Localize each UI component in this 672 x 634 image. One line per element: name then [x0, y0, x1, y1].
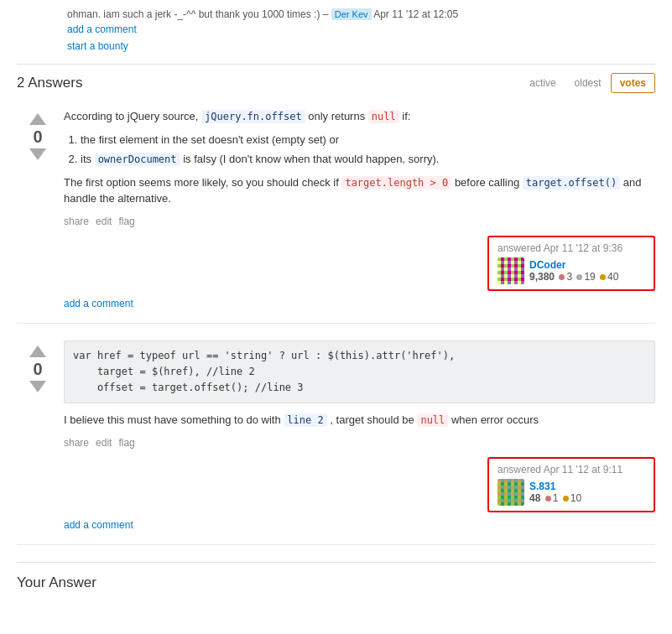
gold-dot-1: [600, 274, 606, 280]
share-link-1[interactable]: share: [64, 216, 89, 227]
user-details-1: DCoder 9,380 3 19 40: [529, 259, 618, 283]
answer-1-list-item-1: the first element in the set doesn't exi…: [81, 132, 655, 148]
add-comment-link-2[interactable]: add a comment: [64, 519, 655, 531]
user-rep-2: 48 1 10: [529, 492, 581, 504]
sort-tab-oldest[interactable]: oldest: [565, 73, 611, 93]
downvote-button-2[interactable]: [29, 381, 46, 392]
answer-2-meta-box: answered Apr 11 '12 at 9:11 S.831 48 1 1…: [487, 457, 655, 512]
user-avatar-1: [497, 257, 524, 284]
answer-1-list-item-2: its ownerDocument is falsy (I don't know…: [81, 151, 655, 168]
flag-link-1[interactable]: flag: [118, 216, 134, 227]
sort-tab-votes[interactable]: votes: [611, 73, 655, 93]
answered-label-1: answered Apr 11 '12 at 9:36: [497, 242, 645, 254]
bronze-dot-1: [559, 274, 565, 280]
code-null-1: null: [368, 110, 399, 123]
sort-tabs: active oldest votes: [520, 73, 655, 93]
downvote-button-1[interactable]: [29, 148, 46, 160]
code-jquery-offset: jQuery.fn.offset: [201, 110, 305, 123]
start-bounty-link[interactable]: start a bounty: [17, 40, 655, 52]
code-block-2: var href = typeof url == 'string' ? url …: [64, 340, 655, 404]
your-answer-heading: Your Answer: [17, 562, 655, 591]
answer-1-text: According to jQuery source, jQuery.fn.of…: [64, 108, 655, 207]
answer-2-actions: share edit flag: [64, 437, 655, 449]
answer-1-actions: share edit flag: [64, 216, 655, 227]
answer-1-meta-box: answered Apr 11 '12 at 9:36 DCoder 9,380…: [487, 236, 655, 291]
user-details-2: S.831 48 1 10: [529, 481, 581, 504]
vote-count-2: 0: [33, 361, 42, 377]
upvote-button-2[interactable]: [29, 346, 46, 357]
comment-author-link[interactable]: Der Kev: [331, 8, 372, 20]
user-name-2[interactable]: S.831: [529, 481, 581, 492]
add-comment-link-top[interactable]: add a comment: [17, 23, 655, 35]
upvote-button-1[interactable]: [29, 113, 46, 125]
code-owner-document: ownerDocument: [95, 153, 180, 166]
answers-header: 2 Answers active oldest votes: [17, 64, 655, 100]
edit-link-1[interactable]: edit: [96, 216, 112, 227]
gold-dot-2: [563, 496, 569, 501]
vote-count-1: 0: [33, 128, 42, 145]
code-target-length: target.length > 0: [341, 176, 451, 190]
answer-1-meta-row: answered Apr 11 '12 at 9:36 DCoder 9,380…: [64, 236, 655, 291]
add-comment-link-1[interactable]: add a comment: [64, 298, 655, 309]
top-comment: ohman. iam such a jerk -_-^^ but thank y…: [17, 8, 655, 20]
answered-label-2: answered Apr 11 '12 at 9:11: [497, 464, 645, 476]
vote-column-2: 0: [17, 340, 59, 531]
vote-column-1: 0: [17, 108, 59, 309]
answer-1-content: According to jQuery source, jQuery.fn.of…: [59, 108, 655, 309]
user-info-2: S.831 48 1 10: [497, 479, 645, 506]
code-null-2: null: [417, 413, 448, 427]
user-avatar-2: [497, 479, 524, 506]
answer-2: 0 var href = typeof url == 'string' ? ur…: [17, 340, 655, 545]
edit-link-2[interactable]: edit: [96, 437, 112, 449]
answers-count: 2 Answers: [17, 75, 520, 91]
answer-1: 0 According to jQuery source, jQuery.fn.…: [17, 108, 655, 324]
answer-2-meta-row: answered Apr 11 '12 at 9:11 S.831 48 1 1…: [64, 457, 655, 512]
code-target-offset: target.offset(): [523, 176, 620, 190]
user-rep-1: 9,380 3 19 40: [529, 271, 618, 283]
code-line2: line 2: [284, 413, 326, 427]
sort-tab-active[interactable]: active: [520, 73, 565, 93]
bronze-dot-2: [545, 496, 551, 501]
share-link-2[interactable]: share: [64, 437, 89, 449]
user-name-1[interactable]: DCoder: [529, 259, 618, 271]
silver-dot-1: [576, 274, 582, 280]
answer-2-text: var href = typeof url == 'string' ? url …: [64, 340, 655, 429]
user-info-1: DCoder 9,380 3 19 40: [497, 257, 645, 284]
flag-link-2[interactable]: flag: [118, 437, 134, 449]
answer-2-content: var href = typeof url == 'string' ? url …: [59, 340, 655, 531]
